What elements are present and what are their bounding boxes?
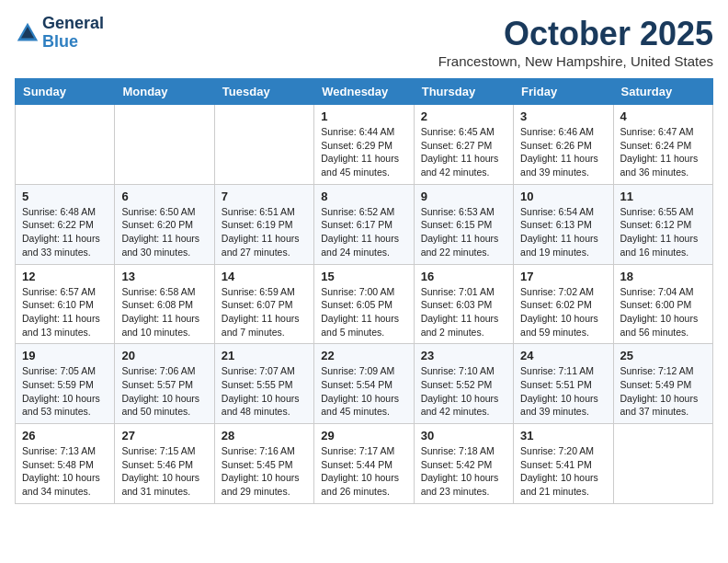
day-info: Sunrise: 6:52 AMSunset: 6:17 PMDaylight:… (321, 205, 406, 259)
calendar-cell: 2Sunrise: 6:45 AMSunset: 6:27 PMDaylight… (414, 105, 513, 185)
calendar-cell: 15Sunrise: 7:00 AMSunset: 6:05 PMDayligh… (314, 264, 414, 344)
calendar-cell: 20Sunrise: 7:06 AMSunset: 5:57 PMDayligh… (115, 344, 214, 424)
day-number: 18 (620, 270, 706, 283)
calendar-cell: 21Sunrise: 7:07 AMSunset: 5:55 PMDayligh… (214, 344, 313, 424)
day-info: Sunrise: 6:59 AMSunset: 6:07 PMDaylight:… (222, 285, 307, 339)
day-header-friday: Friday (514, 79, 613, 105)
day-header-wednesday: Wednesday (314, 79, 414, 105)
calendar-cell: 1Sunrise: 6:44 AMSunset: 6:29 PMDaylight… (314, 105, 414, 185)
calendar-cell: 6Sunrise: 6:50 AMSunset: 6:20 PMDaylight… (115, 184, 214, 264)
calendar-cell: 22Sunrise: 7:09 AMSunset: 5:54 PMDayligh… (314, 344, 414, 424)
calendar-cell: 5Sunrise: 6:48 AMSunset: 6:22 PMDaylight… (16, 184, 115, 264)
logo-text: General Blue (42, 15, 104, 52)
calendar-cell: 26Sunrise: 7:13 AMSunset: 5:48 PMDayligh… (16, 424, 115, 504)
day-number: 8 (321, 190, 406, 203)
day-number: 14 (222, 270, 307, 283)
calendar-cell: 12Sunrise: 6:57 AMSunset: 6:10 PMDayligh… (16, 264, 115, 344)
calendar-cell: 27Sunrise: 7:15 AMSunset: 5:46 PMDayligh… (115, 424, 214, 504)
day-info: Sunrise: 7:13 AMSunset: 5:48 PMDaylight:… (22, 444, 108, 499)
day-info: Sunrise: 7:18 AMSunset: 5:42 PMDaylight:… (421, 444, 506, 499)
title-area: October 2025 Francestown, New Hampshire,… (438, 15, 713, 69)
day-info: Sunrise: 7:10 AMSunset: 5:52 PMDaylight:… (421, 364, 506, 419)
day-number: 5 (22, 190, 108, 203)
day-number: 9 (421, 190, 506, 203)
day-number: 25 (620, 349, 706, 362)
day-info: Sunrise: 6:47 AMSunset: 6:24 PMDaylight:… (620, 125, 706, 179)
day-number: 22 (321, 349, 406, 362)
calendar-cell: 4Sunrise: 6:47 AMSunset: 6:24 PMDaylight… (613, 105, 712, 185)
calendar-cell: 18Sunrise: 7:04 AMSunset: 6:00 PMDayligh… (613, 264, 712, 344)
day-number: 19 (22, 349, 108, 362)
day-info: Sunrise: 7:02 AMSunset: 6:02 PMDaylight:… (520, 285, 606, 339)
page-header: General Blue October 2025 Francestown, N… (15, 15, 713, 69)
day-info: Sunrise: 7:15 AMSunset: 5:46 PMDaylight:… (121, 444, 207, 499)
day-info: Sunrise: 7:11 AMSunset: 5:51 PMDaylight:… (520, 364, 606, 419)
day-info: Sunrise: 6:53 AMSunset: 6:15 PMDaylight:… (421, 205, 506, 259)
calendar-cell: 3Sunrise: 6:46 AMSunset: 6:26 PMDaylight… (514, 105, 613, 185)
day-info: Sunrise: 7:17 AMSunset: 5:44 PMDaylight:… (321, 444, 406, 499)
calendar-cell: 9Sunrise: 6:53 AMSunset: 6:15 PMDaylight… (414, 184, 513, 264)
day-number: 12 (22, 270, 108, 283)
day-info: Sunrise: 6:48 AMSunset: 6:22 PMDaylight:… (22, 205, 108, 259)
day-info: Sunrise: 7:07 AMSunset: 5:55 PMDaylight:… (222, 364, 307, 419)
day-info: Sunrise: 6:44 AMSunset: 6:29 PMDaylight:… (321, 125, 406, 179)
day-info: Sunrise: 6:57 AMSunset: 6:10 PMDaylight:… (22, 285, 108, 339)
month-title: October 2025 (438, 15, 713, 53)
calendar-cell: 19Sunrise: 7:05 AMSunset: 5:59 PMDayligh… (16, 344, 115, 424)
day-header-saturday: Saturday (613, 79, 712, 105)
day-info: Sunrise: 6:54 AMSunset: 6:13 PMDaylight:… (520, 205, 606, 259)
calendar-cell: 23Sunrise: 7:10 AMSunset: 5:52 PMDayligh… (414, 344, 513, 424)
day-info: Sunrise: 7:04 AMSunset: 6:00 PMDaylight:… (620, 285, 706, 339)
day-number: 20 (121, 349, 207, 362)
day-number: 27 (121, 429, 207, 442)
calendar-cell: 14Sunrise: 6:59 AMSunset: 6:07 PMDayligh… (214, 264, 313, 344)
day-number: 26 (22, 429, 108, 442)
day-number: 4 (620, 109, 706, 123)
calendar: SundayMondayTuesdayWednesdayThursdayFrid… (15, 78, 713, 504)
day-header-sunday: Sunday (16, 79, 115, 105)
day-number: 16 (421, 270, 506, 283)
day-info: Sunrise: 6:46 AMSunset: 6:26 PMDaylight:… (520, 125, 606, 179)
day-number: 21 (222, 349, 307, 362)
day-header-monday: Monday (115, 79, 214, 105)
logo-line2: Blue (42, 32, 78, 51)
day-info: Sunrise: 6:55 AMSunset: 6:12 PMDaylight:… (620, 205, 706, 259)
day-number: 10 (520, 190, 606, 203)
logo-icon (15, 20, 40, 46)
day-info: Sunrise: 7:06 AMSunset: 5:57 PMDaylight:… (121, 364, 207, 419)
day-info: Sunrise: 7:01 AMSunset: 6:03 PMDaylight:… (421, 285, 506, 339)
day-number: 28 (222, 429, 307, 442)
calendar-cell: 30Sunrise: 7:18 AMSunset: 5:42 PMDayligh… (414, 424, 513, 504)
day-number: 13 (121, 270, 207, 283)
day-number: 24 (520, 349, 606, 362)
day-number: 30 (421, 429, 506, 442)
day-number: 31 (520, 429, 606, 442)
calendar-cell (214, 105, 313, 185)
day-header-thursday: Thursday (414, 79, 513, 105)
day-header-tuesday: Tuesday (214, 79, 313, 105)
logo-line1: General (42, 15, 104, 33)
calendar-cell: 17Sunrise: 7:02 AMSunset: 6:02 PMDayligh… (514, 264, 613, 344)
day-info: Sunrise: 6:51 AMSunset: 6:19 PMDaylight:… (222, 205, 307, 259)
day-number: 3 (520, 109, 606, 123)
calendar-cell (16, 105, 115, 185)
calendar-cell: 13Sunrise: 6:58 AMSunset: 6:08 PMDayligh… (115, 264, 214, 344)
calendar-cell (613, 424, 712, 504)
day-number: 11 (620, 190, 706, 203)
day-number: 6 (121, 190, 207, 203)
day-info: Sunrise: 7:00 AMSunset: 6:05 PMDaylight:… (321, 285, 406, 339)
calendar-cell: 31Sunrise: 7:20 AMSunset: 5:41 PMDayligh… (514, 424, 613, 504)
day-number: 15 (321, 270, 406, 283)
day-info: Sunrise: 7:09 AMSunset: 5:54 PMDaylight:… (321, 364, 406, 419)
day-info: Sunrise: 7:16 AMSunset: 5:45 PMDaylight:… (222, 444, 307, 499)
calendar-cell (115, 105, 214, 185)
location: Francestown, New Hampshire, United State… (438, 53, 713, 69)
day-info: Sunrise: 6:58 AMSunset: 6:08 PMDaylight:… (121, 285, 207, 339)
day-number: 1 (321, 109, 406, 123)
day-info: Sunrise: 7:05 AMSunset: 5:59 PMDaylight:… (22, 364, 108, 419)
day-number: 17 (520, 270, 606, 283)
day-number: 29 (321, 429, 406, 442)
day-info: Sunrise: 6:50 AMSunset: 6:20 PMDaylight:… (121, 205, 207, 259)
calendar-cell: 10Sunrise: 6:54 AMSunset: 6:13 PMDayligh… (514, 184, 613, 264)
day-number: 2 (421, 109, 506, 123)
